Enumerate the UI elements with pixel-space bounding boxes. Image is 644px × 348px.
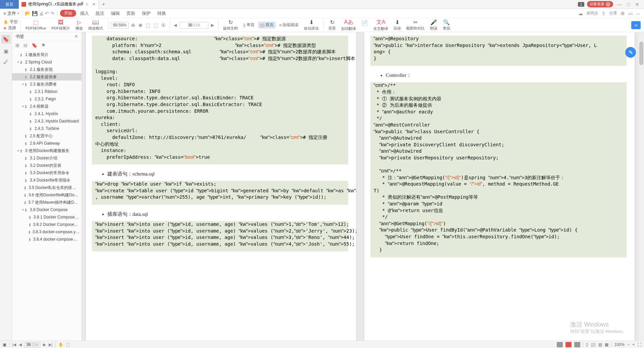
hand-tool[interactable]: ✋手型 [3, 19, 18, 25]
share-icon[interactable]: ⇪ [602, 11, 606, 16]
login-button[interactable]: 访客登录 [587, 1, 613, 7]
sb-view1-icon[interactable] [557, 342, 563, 347]
read-aloud[interactable]: 🎤朗读 [428, 19, 439, 31]
notification-badge[interactable]: 1 [578, 2, 584, 7]
bookmark-item[interactable]: ▮2.6 API Gateway [12, 140, 82, 147]
bookmark-item[interactable]: ▾▮3.8 Docker Compose [12, 206, 82, 213]
read-mode[interactable]: 📖阅读模式 [86, 19, 105, 31]
bookmark-item[interactable]: ▮3.6 使用Dockerfile构建Docker镜像 [12, 191, 82, 199]
file-menu[interactable]: 文件 [7, 10, 16, 16]
share-label[interactable]: 分享 [609, 10, 617, 16]
play-button[interactable]: ▷播放 [73, 19, 85, 31]
sb-layout1-icon[interactable]: ▯ [586, 342, 588, 347]
sb-prev-page-icon[interactable]: ◀ [19, 342, 22, 347]
bookmark-item[interactable]: ▾▮2.3 服务消费者 [12, 81, 82, 88]
bookmark-item[interactable]: ▮3.2 Docker的安装 [12, 162, 82, 169]
collapse-all-icon[interactable]: ⊟ [23, 43, 28, 48]
expand-all-icon[interactable]: ⊞ [15, 43, 19, 48]
menu-edit[interactable]: 编辑 [108, 10, 122, 16]
start-tab[interactable]: 开始 [60, 10, 76, 17]
sb-view3-icon[interactable] [574, 342, 580, 347]
bookmark-item[interactable]: ▾▮3 使用Docker构建微服务 [12, 147, 82, 154]
sb-page-input[interactable]: 36/154 [24, 342, 40, 347]
bookmark-item[interactable]: ▾▮2.4 熔断器 [12, 103, 82, 110]
sb-view2-icon[interactable] [566, 342, 572, 347]
menu-convert[interactable]: 转换 [155, 10, 169, 16]
find[interactable]: 🔍查找 [441, 19, 452, 31]
print-icon[interactable]: 🖨 [39, 11, 44, 16]
open-icon[interactable]: 📂 [25, 11, 31, 16]
document-tab[interactable]: 使用SpringCl...r实战微服务.pdf ⎘ ✕ [19, 0, 99, 9]
bookmark-item[interactable]: ▮3.8.2 Docker Compose入门示例 [12, 221, 82, 228]
home-tab[interactable]: 首页 [0, 0, 19, 9]
bookmark-item[interactable]: ▮2.5 配置中心 [12, 132, 82, 140]
new-tab-button[interactable]: + [99, 1, 108, 7]
cloud-icon[interactable]: ☁ [578, 11, 583, 16]
zoom-out-icon[interactable]: ⊖ [130, 22, 136, 28]
close-window-icon[interactable]: ✕ [634, 2, 641, 7]
hamburger-icon[interactable]: ≡ [3, 11, 6, 16]
bookmark-item[interactable]: ▮3.4 Dockerfile常用指令 [12, 177, 82, 184]
sb-fullscreen-icon[interactable]: ⛶ [637, 342, 641, 347]
bookmarks-rail-icon[interactable]: 🔖 [1, 35, 10, 44]
cloud-sync-button[interactable]: ∞ [631, 21, 641, 29]
bookmark-item[interactable]: ▮2.3.1 Ribbon [12, 88, 82, 95]
sb-zoom-out-icon[interactable]: − [627, 342, 630, 347]
sb-mode-icon[interactable]: ▣ [3, 342, 6, 347]
sb-layout4-icon[interactable]: ▦ [605, 342, 608, 347]
sb-last-page-icon[interactable]: ▶| [49, 342, 53, 347]
close-panel-icon[interactable]: ✕ [74, 34, 78, 39]
attachments-rail-icon[interactable]: 🖉 [3, 59, 8, 65]
window-icon[interactable]: ▭ [628, 11, 633, 16]
sb-select-icon[interactable]: ⬚ [66, 342, 70, 347]
save-icon[interactable]: 💾 [32, 11, 38, 16]
continuous-read[interactable]: ≡连续阅读 [277, 21, 301, 29]
maximize-icon[interactable]: □ [626, 2, 631, 7]
page-input[interactable]: 36/154 [179, 22, 208, 29]
menu-comment[interactable]: 批注 [93, 10, 107, 16]
bookmark-item[interactable]: ▾▮2 Spring Cloud [12, 58, 82, 66]
bookmark-item[interactable]: ▮3.8.3 docker-compose.yml常用命令 [12, 228, 82, 236]
prev-page-icon[interactable]: ◀ [172, 23, 178, 28]
sb-layout2-icon[interactable]: ▯▯ [591, 342, 596, 347]
bookmark-item[interactable]: ▮1 微服务简介 [12, 51, 82, 58]
sb-zoom-value[interactable]: 100% [614, 342, 625, 347]
vertical-scrollbar[interactable] [639, 32, 644, 341]
assistant-bubble-icon[interactable]: ✎ [625, 47, 636, 58]
undo-icon[interactable]: ↶ [45, 11, 49, 16]
screenshot-compare[interactable]: ✂截图和对比 [404, 19, 427, 31]
pin-icon[interactable]: ⎘ [86, 2, 88, 7]
scrollbar-thumb[interactable] [639, 42, 643, 65]
pdf-to-office[interactable]: ⬚PDF转Office [23, 19, 48, 31]
menu-protect[interactable]: 保护 [139, 10, 153, 16]
sb-first-page-icon[interactable]: |◀ [12, 342, 16, 347]
flag-icon[interactable]: ⚑ [41, 43, 46, 48]
full-translate[interactable]: 文A全文翻译 [371, 19, 390, 31]
fit-width-icon[interactable]: ⬚ [153, 22, 159, 28]
compress[interactable]: ⬇压缩 [391, 19, 403, 31]
single-page[interactable]: ▯单页 [241, 21, 257, 29]
page-viewport[interactable]: datasource: "kw">class="cmt"># 指定数据源 pla… [82, 32, 639, 341]
bookmark-item[interactable]: ▮2.4.3. Turbine [12, 125, 82, 132]
sb-zoom-in-icon[interactable]: + [632, 342, 635, 347]
redo-icon[interactable]: ↷ [50, 11, 54, 16]
collapse-icon[interactable]: ︿ [636, 10, 641, 16]
next-page-icon[interactable]: ▶ [210, 23, 215, 28]
bookmark-item[interactable]: ▮3.1 Docker介绍 [12, 154, 82, 162]
sb-layout3-icon[interactable]: ▤ [598, 342, 602, 347]
bookmark-item[interactable]: ▮2.4.2. Hystrix Dashboard [12, 117, 82, 125]
bookmark-item[interactable]: ▮3.5 Docker私有仓库的搭建与使用 [12, 184, 82, 191]
bookmark-item[interactable]: ▮3.3 Docker的常用命令 [12, 169, 82, 177]
rotate-doc[interactable]: ↻旋转文档 [221, 19, 240, 31]
settings-icon[interactable]: ⚙ [621, 11, 625, 16]
bookmark-item[interactable]: ▮3.8.4 docker-compose常用命令 [12, 236, 82, 243]
fit-icon[interactable]: ⬚ [145, 22, 151, 28]
menu-insert[interactable]: 插入 [77, 10, 92, 16]
bookmark-item[interactable]: ▮3.7 使用Maven插件构建Docker镜像 [12, 199, 82, 206]
bookmark-item[interactable]: ▮2.3.2. Feign [12, 95, 82, 103]
minimize-icon[interactable]: — [616, 2, 623, 7]
close-tab-icon[interactable]: ✕ [92, 2, 96, 7]
double-page[interactable]: ▯▯双页 [258, 21, 276, 29]
zoom-in-icon[interactable]: ⊕ [138, 22, 144, 28]
pdf-to-image[interactable]: 🖼PDF转图片 [50, 19, 72, 31]
